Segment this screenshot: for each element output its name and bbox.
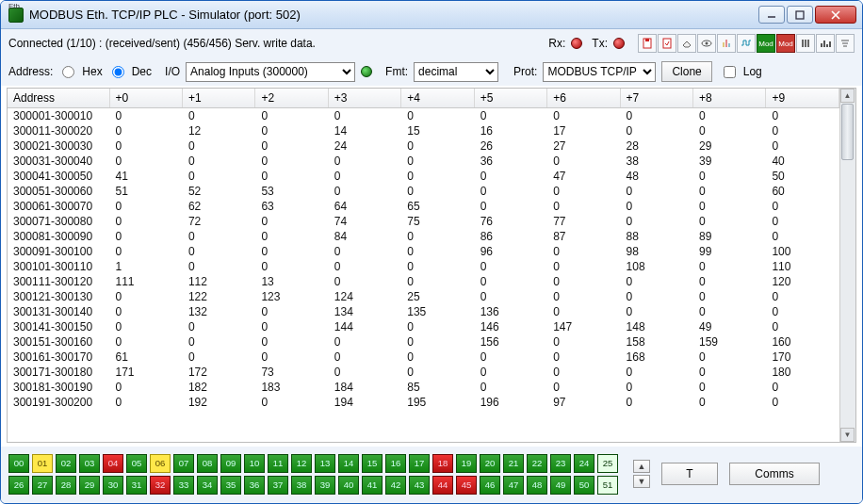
value-cell[interactable]: 0 xyxy=(401,274,474,289)
value-cell[interactable]: 52 xyxy=(182,184,254,199)
value-cell[interactable]: 74 xyxy=(328,214,400,229)
value-cell[interactable]: 122 xyxy=(182,289,254,304)
value-cell[interactable]: 0 xyxy=(401,319,474,334)
table-row[interactable]: 300101-30011010000001080110 xyxy=(8,259,839,274)
table-row[interactable]: 300151-300160000001560158159160 xyxy=(8,334,839,350)
table-row[interactable]: 300161-300170610000001680170 xyxy=(8,350,839,365)
value-cell[interactable]: 136 xyxy=(474,304,546,319)
station-cell[interactable]: 03 xyxy=(79,454,100,473)
value-cell[interactable]: 0 xyxy=(255,319,328,334)
value-cell[interactable]: 63 xyxy=(255,199,328,214)
station-cell[interactable]: 26 xyxy=(8,476,29,495)
value-cell[interactable]: 172 xyxy=(182,365,254,380)
value-cell[interactable]: 0 xyxy=(255,138,328,154)
value-cell[interactable]: 38 xyxy=(620,154,692,169)
value-cell[interactable]: 171 xyxy=(109,365,182,380)
value-cell[interactable]: 194 xyxy=(328,395,400,410)
table-row[interactable]: 300001-3000100000000000 xyxy=(8,108,839,124)
station-cell[interactable]: 11 xyxy=(268,454,288,473)
station-cell[interactable]: 22 xyxy=(527,454,547,473)
spin-up-icon[interactable]: ▲ xyxy=(633,460,650,473)
station-cell[interactable]: 45 xyxy=(456,476,477,495)
value-cell[interactable]: 182 xyxy=(182,380,254,395)
value-cell[interactable]: 0 xyxy=(109,154,182,169)
value-cell[interactable]: 0 xyxy=(766,123,839,138)
value-cell[interactable]: 184 xyxy=(328,380,400,395)
station-cell[interactable]: 14 xyxy=(338,454,359,473)
table-row[interactable]: 300021-300030000240262728290 xyxy=(8,138,839,154)
value-cell[interactable]: 17 xyxy=(547,123,620,138)
value-cell[interactable]: 0 xyxy=(255,334,328,350)
value-cell[interactable]: 24 xyxy=(328,138,400,154)
value-cell[interactable]: 0 xyxy=(401,244,474,259)
station-cell[interactable]: 51 xyxy=(597,476,618,495)
value-cell[interactable]: 0 xyxy=(620,214,692,229)
comms-button[interactable]: Comms xyxy=(729,463,820,485)
value-cell[interactable]: 0 xyxy=(255,154,328,169)
value-cell[interactable]: 0 xyxy=(328,350,400,365)
value-cell[interactable]: 0 xyxy=(620,304,692,319)
station-cell[interactable]: 38 xyxy=(291,476,312,495)
save-icon[interactable] xyxy=(638,34,657,53)
value-cell[interactable]: 64 xyxy=(328,199,400,214)
value-cell[interactable]: 76 xyxy=(474,214,546,229)
value-cell[interactable]: 0 xyxy=(693,214,766,229)
value-cell[interactable]: 28 xyxy=(620,138,692,154)
value-cell[interactable]: 53 xyxy=(255,184,328,199)
value-cell[interactable]: 88 xyxy=(620,229,692,244)
hex-radio[interactable] xyxy=(62,66,74,78)
value-cell[interactable]: 72 xyxy=(182,214,254,229)
fmt-select[interactable]: decimal xyxy=(414,62,498,82)
value-cell[interactable]: 0 xyxy=(693,304,766,319)
value-cell[interactable]: 0 xyxy=(255,123,328,138)
clone-button[interactable]: Clone xyxy=(661,61,711,82)
value-cell[interactable]: 0 xyxy=(328,259,400,274)
station-cell[interactable]: 09 xyxy=(220,454,241,473)
station-cell[interactable]: 28 xyxy=(56,476,76,495)
value-cell[interactable]: 77 xyxy=(547,214,620,229)
value-cell[interactable]: 132 xyxy=(182,304,254,319)
value-cell[interactable]: 0 xyxy=(328,169,400,184)
value-cell[interactable]: 0 xyxy=(474,199,546,214)
value-cell[interactable]: 0 xyxy=(547,108,620,124)
value-cell[interactable]: 0 xyxy=(693,123,766,138)
value-cell[interactable]: 158 xyxy=(620,334,692,350)
value-cell[interactable]: 39 xyxy=(693,154,766,169)
value-cell[interactable]: 0 xyxy=(328,274,400,289)
value-cell[interactable]: 0 xyxy=(401,350,474,365)
value-cell[interactable]: 124 xyxy=(328,289,400,304)
station-cell[interactable]: 35 xyxy=(220,476,241,495)
value-cell[interactable]: 0 xyxy=(620,184,692,199)
value-cell[interactable]: 111 xyxy=(109,274,182,289)
value-cell[interactable]: 0 xyxy=(401,229,474,244)
column-header[interactable]: +4 xyxy=(401,89,474,108)
table-row[interactable]: 300121-30013001221231242500000 xyxy=(8,289,839,304)
station-cell[interactable]: 40 xyxy=(338,476,359,495)
station-cell[interactable]: 00 xyxy=(8,454,29,473)
value-cell[interactable]: 0 xyxy=(547,380,620,395)
value-cell[interactable]: 0 xyxy=(255,259,328,274)
value-cell[interactable]: 0 xyxy=(255,108,328,124)
station-cell[interactable]: 21 xyxy=(503,454,524,473)
station-cell[interactable]: 12 xyxy=(291,454,312,473)
table-row[interactable]: 300131-300140013201341351360000 xyxy=(8,304,839,319)
maximize-button[interactable] xyxy=(787,6,813,24)
station-cell[interactable]: 07 xyxy=(173,454,194,473)
value-cell[interactable]: 0 xyxy=(109,304,182,319)
value-cell[interactable]: 0 xyxy=(693,108,766,124)
value-cell[interactable]: 0 xyxy=(547,259,620,274)
value-cell[interactable]: 0 xyxy=(109,214,182,229)
value-cell[interactable]: 147 xyxy=(547,319,620,334)
value-cell[interactable]: 0 xyxy=(255,244,328,259)
value-cell[interactable]: 25 xyxy=(401,289,474,304)
station-cell[interactable]: 36 xyxy=(244,476,265,495)
column-header[interactable]: +2 xyxy=(255,89,328,108)
value-cell[interactable]: 0 xyxy=(620,289,692,304)
station-cell[interactable]: 17 xyxy=(409,454,430,473)
value-cell[interactable]: 0 xyxy=(401,108,474,124)
value-cell[interactable]: 160 xyxy=(766,334,839,350)
value-cell[interactable]: 156 xyxy=(474,334,546,350)
station-cell[interactable]: 32 xyxy=(150,476,171,495)
value-cell[interactable]: 0 xyxy=(401,365,474,380)
value-cell[interactable]: 0 xyxy=(474,259,546,274)
